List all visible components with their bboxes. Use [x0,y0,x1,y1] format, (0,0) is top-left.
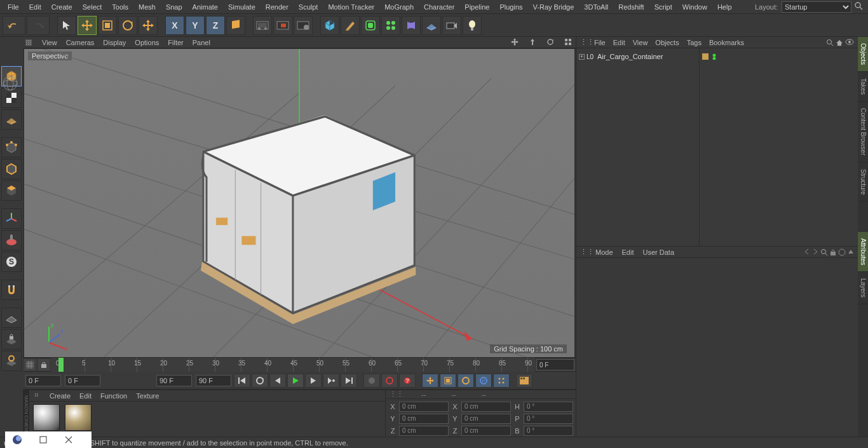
key-param-button[interactable]: P [475,374,492,388]
material-menu-create[interactable]: Create [50,392,71,400]
planar-workplane-button[interactable] [1,351,22,371]
play-button[interactable] [287,374,304,388]
autokey-button[interactable] [381,374,398,388]
redo-button[interactable] [27,16,50,35]
object-name[interactable]: Air_Cargo_Container [597,53,663,60]
camera-button[interactable] [442,16,461,35]
frame-end-input[interactable]: 90 F [196,375,231,386]
next-frame-button[interactable] [305,374,322,388]
menu-sculpt[interactable]: Sculpt [294,1,323,13]
snap-button[interactable]: S [1,252,22,272]
panel-grip-icon[interactable] [34,393,41,398]
menu-select[interactable]: Select [78,1,107,13]
attr-fwd-icon[interactable] [812,248,818,256]
menu-vray-bridge[interactable]: V-Ray Bridge [528,1,580,13]
menu-redshift[interactable]: Redshift [613,1,649,13]
objmgr-menu-tags[interactable]: Tags [687,39,702,46]
visibility-tag[interactable] [711,53,717,60]
axis-widget[interactable]: yxz [39,320,71,352]
goto-end-button[interactable] [341,374,357,388]
tab-content-browser[interactable]: Content Browser [858,102,868,162]
menu-edit[interactable]: Edit [24,1,46,13]
globe-icon[interactable] [1,75,23,93]
coord-system-button[interactable] [226,16,245,35]
menu-script[interactable]: Script [649,1,677,13]
menu-create[interactable]: Create [46,1,78,13]
menu-animate[interactable]: Animate [187,1,223,13]
rot-b-input[interactable]: 0 ° [524,426,573,436]
attr-menu-mode[interactable]: Mode [595,248,613,256]
tab-objects[interactable]: Objects [858,37,868,72]
polygon-mode-button[interactable] [1,180,22,201]
key-scale-button[interactable] [440,374,456,388]
axis-mode-button[interactable] [1,208,22,229]
attr-up-icon[interactable] [848,248,854,256]
viewport-menu-panel[interactable]: Panel [193,39,210,46]
attr-back-icon[interactable] [804,248,810,256]
frame-range-start-input[interactable]: 0 F [65,375,100,386]
tab-attributes[interactable]: Attributes [858,232,868,272]
attr-menu-edit[interactable]: Edit [622,248,634,256]
next-key-button[interactable] [323,374,339,388]
point-mode-button[interactable] [1,137,22,158]
timeline-lock-icon[interactable] [38,359,50,370]
axis-y-button[interactable]: Y [186,16,205,35]
timeline-ruler[interactable]: 051015202530354045505560657075808590 0 F [23,358,576,372]
menu-render[interactable]: Render [261,1,294,13]
search-icon[interactable] [854,1,865,13]
taskbar-close-icon[interactable] [56,432,81,447]
viewport-menu-display[interactable]: Display [103,39,126,46]
key-rot-button[interactable] [458,374,474,388]
objmgr-eye-icon[interactable] [845,39,854,46]
panel-grip-icon[interactable]: ⋮⋮ [580,248,587,256]
magnet-button[interactable] [1,280,22,300]
prev-frame-button[interactable] [269,374,286,388]
menu-mograph[interactable]: MoGraph [379,1,419,13]
tab-structure[interactable]: Structure [858,163,868,202]
viewport-menu-view[interactable]: View [42,39,57,46]
pen-tool-button[interactable] [341,16,360,35]
scale-button[interactable] [98,16,117,35]
attribute-manager-body[interactable] [576,258,858,448]
layer-tag[interactable] [702,53,709,60]
edge-mode-button[interactable] [1,159,22,179]
workplane-button[interactable] [1,109,22,130]
expand-icon[interactable]: + [579,54,585,60]
floor-button[interactable] [422,16,441,35]
pos-x-input[interactable]: 0 cm [399,402,449,412]
size-z-input[interactable]: 0 cm [461,426,511,436]
viewport-menu-options[interactable]: Options [135,39,159,46]
size-y-input[interactable]: 0 cm [461,414,511,424]
array-button[interactable] [381,16,400,35]
timeline-grid-icon[interactable] [24,359,36,370]
viewport-move-icon[interactable] [511,38,520,47]
material-menu-function[interactable]: Function [100,392,127,400]
viewport-zoom-icon[interactable] [529,38,538,47]
subdivision-button[interactable] [361,16,380,35]
menu-motion-tracker[interactable]: Motion Tracker [323,1,379,13]
menu-help[interactable]: Help [712,1,737,13]
pos-y-input[interactable]: 0 cm [399,414,449,424]
objmgr-menu-bookmarks[interactable]: Bookmarks [709,39,744,46]
objmgr-menu-view[interactable]: View [633,39,648,46]
object-tags-column[interactable] [699,48,858,246]
object-tree[interactable]: + L0 Air_Cargo_Container [576,48,699,246]
material-menu-edit[interactable]: Edit [79,392,92,400]
viewport[interactable]: Perspective [24,48,575,358]
rotate-button[interactable] [118,16,137,35]
tweak-mode-button[interactable] [1,230,22,250]
move-button[interactable] [78,16,97,35]
rot-p-input[interactable]: 0 ° [524,414,573,424]
menu-mesh[interactable]: Mesh [133,1,161,13]
pos-z-input[interactable]: 0 cm [399,426,449,436]
size-x-input[interactable]: 0 cm [461,402,511,412]
undo-button[interactable] [3,16,25,35]
taskbar-app-icon[interactable] [5,432,31,447]
viewport-toggle-icon[interactable] [564,38,573,47]
live-select-button[interactable] [57,16,76,35]
objmgr-search-icon[interactable] [826,39,834,46]
panel-grip-icon[interactable]: ⋮⋮ [580,38,587,46]
tab-layers[interactable]: Layers [858,272,868,304]
deformer-button[interactable] [402,16,421,35]
key-pos-button[interactable] [422,374,438,388]
